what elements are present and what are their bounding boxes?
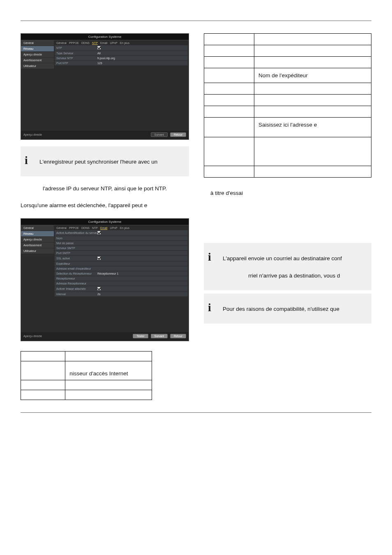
tab-ntp[interactable]: NTP	[92, 42, 98, 44]
tab-enplus[interactable]: En plus	[120, 42, 129, 44]
sidebar2-item-reseau[interactable]: Réseau	[21, 231, 54, 237]
row-ssl: SSL activé	[55, 256, 188, 261]
isp-table: nisseur d'accès Internet	[21, 351, 152, 400]
row-adr-exp: Adresse email d'expéditeur	[55, 266, 188, 271]
sidebar-item-general[interactable]: Général	[21, 40, 54, 46]
table-row	[21, 390, 152, 400]
tab-email[interactable]: Email	[100, 42, 108, 44]
cell	[21, 361, 65, 380]
config-window-ntp: Configuration Système Général Réseau Ape…	[21, 33, 189, 140]
label-interval: Interval	[56, 293, 97, 296]
info-box-compat: i Pour des raisons de compatibilité, n'u…	[204, 294, 371, 324]
top-divider	[21, 21, 371, 21]
info-box-ntp: i L'enregistreur peut synchroniser l'heu…	[21, 146, 189, 176]
value-port-ntp[interactable]: 123	[97, 62, 186, 65]
checkbox-auth[interactable]	[97, 231, 101, 234]
table-row	[204, 106, 371, 118]
sidebar2-item-apercu-directe[interactable]: Aperçu directe	[21, 237, 54, 243]
sidebar-item-reseau[interactable]: Réseau	[21, 46, 54, 52]
checkbox-ntp[interactable]	[97, 46, 101, 49]
cell	[254, 106, 371, 118]
row-adr-recep: Adresse Réceptionneur	[55, 281, 188, 286]
para-titre-essai: à titre d'essai	[210, 189, 371, 198]
row-recep: Réceptionneur	[55, 276, 188, 281]
sidebar-item-apercu-directe[interactable]: Aperçu directe	[21, 52, 54, 58]
cell	[254, 137, 371, 166]
info2-line1: L'appareil envoie un courriel au destina…	[223, 255, 342, 261]
tester-button[interactable]: Tester	[133, 334, 148, 338]
row-port-ntp: Port NTP 123	[55, 61, 188, 65]
retour-button[interactable]: Retour	[170, 132, 186, 137]
row-expediteur: Expéditeur	[55, 261, 188, 266]
cell-adresse: Saisissez ici l'adresse e	[254, 118, 371, 137]
row-auth: Activé Authentification du serveur	[55, 230, 188, 236]
sidebar-item-utilisateur[interactable]: Utilisateur	[21, 63, 54, 69]
tab2-general[interactable]: Général	[56, 227, 67, 229]
row-type-serveur: Type Serveur All	[55, 51, 188, 56]
cell	[204, 118, 254, 137]
sidebar-item-avertissement[interactable]: Avertissement	[21, 58, 54, 63]
table-row	[21, 380, 152, 390]
tab2-pppoe[interactable]: PPPOE	[69, 227, 79, 229]
cell	[65, 351, 152, 361]
sidebar: Général Réseau Aperçu directe Avertissem…	[21, 40, 54, 131]
cell	[254, 34, 371, 45]
sidebar2-item-general[interactable]: Général	[21, 225, 54, 231]
value-type-serveur[interactable]: All	[97, 52, 186, 55]
sidebar2-item-avertissement[interactable]: Avertissement	[21, 243, 54, 248]
row-ntp-enable: NTP	[55, 45, 188, 51]
row-sel-recep: Sélection du Réceptionneur Réceptionneur…	[55, 271, 188, 276]
value-sel-recep[interactable]: Réceptionneur 1	[97, 272, 186, 275]
window-footer: Aperçu directe Suivant Retour	[21, 131, 189, 139]
tab-ddns[interactable]: DDNS	[81, 42, 90, 44]
label-type-serveur: Type Serveur	[56, 52, 97, 55]
cell-expediteur: Nom de l'expéditeur	[254, 68, 371, 83]
form-rows-email: Activé Authentification du serveur Nom M…	[55, 230, 188, 296]
table-row: Nom de l'expéditeur	[204, 68, 371, 83]
suivant-button-2[interactable]: Suivant	[151, 334, 168, 338]
cell	[21, 390, 65, 400]
footer-caption: Aperçu directe	[23, 133, 42, 136]
checkbox-ssl[interactable]	[97, 257, 101, 260]
info-icon: i	[25, 155, 36, 166]
tab-upnp[interactable]: UPnP	[110, 42, 117, 44]
value-serveur-ntp[interactable]: fr.pool.ntp.org	[97, 57, 186, 60]
window-footer-2: Aperçu directe Tester Suivant Retour	[21, 332, 189, 341]
cell	[204, 68, 254, 83]
cell	[204, 106, 254, 118]
form-rows-ntp: NTP Type Serveur All Serveur NTP fr.pool…	[55, 45, 188, 65]
table-row	[204, 83, 371, 95]
tab2-upnp[interactable]: UPnP	[110, 227, 117, 229]
row-interval: Interval 2s	[55, 292, 188, 296]
info-icon: i	[208, 302, 219, 314]
window-title-2: Configuration Système	[21, 219, 189, 225]
cell	[204, 45, 254, 57]
info-text-ntp: L'enregistreur peut synchroniser l'heure…	[39, 155, 183, 166]
tab-general[interactable]: Général	[56, 42, 67, 44]
tab2-ntp[interactable]: NTP	[92, 227, 98, 229]
row-smtp-port: Port SMTP	[55, 251, 188, 255]
tab2-ddns[interactable]: DDNS	[81, 227, 90, 229]
label-serveur-ntp: Serveur NTP	[56, 57, 97, 60]
info2-line2: rriel n'arrive pas à destination, vous d	[223, 272, 366, 280]
sidebar-2: Général Réseau Aperçu directe Avertissem…	[21, 225, 54, 332]
sidebar2-item-utilisateur[interactable]: Utilisateur	[21, 248, 54, 254]
value-interval[interactable]: 2s	[97, 293, 186, 296]
cell	[21, 351, 65, 361]
label-img: Activer Image attachée	[56, 287, 97, 290]
cell: nisseur d'accès Internet	[65, 361, 152, 380]
label-adr-exp: Adresse email d'expéditeur	[56, 267, 97, 270]
tab2-enplus[interactable]: En plus	[120, 227, 129, 229]
cell	[65, 380, 152, 390]
suivant-button[interactable]: Suivant	[151, 132, 168, 137]
tab2-email[interactable]: Email	[100, 227, 108, 229]
label-expediteur: Expéditeur	[56, 262, 97, 265]
label-auth: Activé Authentification du serveur	[56, 231, 97, 234]
retour-button-2[interactable]: Retour	[170, 334, 186, 338]
checkbox-img[interactable]	[97, 287, 101, 290]
cell	[21, 380, 65, 390]
label-recep: Réceptionneur	[56, 277, 97, 280]
tab-pppoe[interactable]: PPPOE	[69, 42, 79, 44]
tabs-row-2: Général PPPOE DDNS NTP Email UPnP En plu…	[54, 225, 189, 229]
label-adr-recep: Adresse Réceptionneur	[56, 282, 97, 285]
